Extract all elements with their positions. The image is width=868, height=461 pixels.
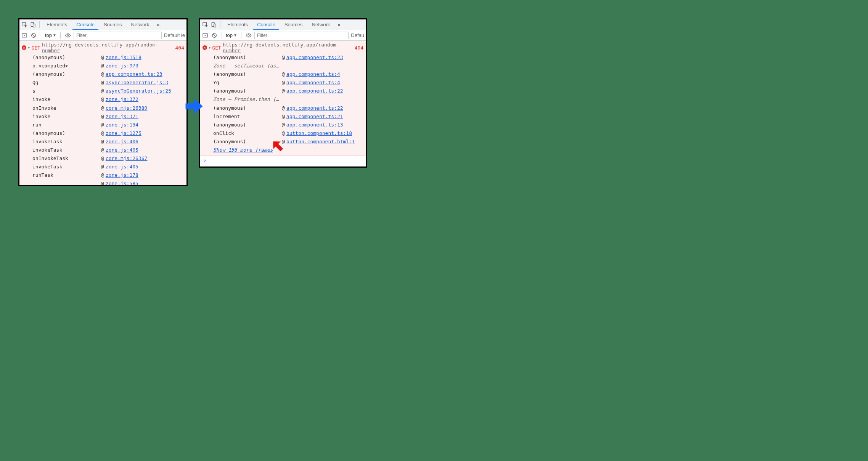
chevron-down-icon: ▼ [53,33,56,37]
device-icon[interactable] [29,22,36,28]
error-header[interactable]: ✕ ▼ GET https://ng-devtools.netlify.app/… [203,42,363,53]
stack-frame-location-link[interactable]: zone.js:406 [106,138,138,146]
stack-frame: (anonymous)@app.component.ts:23 [22,70,184,78]
error-icon: ✕ [22,45,26,50]
stack-frame-location-link[interactable]: asyncToGenerator.js:3 [106,78,168,87]
stack-frame: Zone – Promise.then (async) [203,95,363,104]
context-selector[interactable]: top ▼ [45,32,56,38]
stack-frame-location-link[interactable]: zone.js:371 [106,112,138,121]
stack-frame-at: @ [282,70,285,78]
stack-frame-at: @ [282,78,285,87]
stack-frame-function: invokeTask [32,163,101,171]
inspect-icon[interactable] [21,22,28,28]
console-prompt[interactable]: › [200,156,366,165]
stack-frame-location-link[interactable]: app.component.ts:21 [286,112,343,121]
stack-frame-location-link[interactable]: app.component.ts:4 [286,78,340,87]
stack-frame-at: @ [101,112,104,121]
log-level-selector[interactable]: Defau [351,32,364,38]
filter-input[interactable] [74,32,162,39]
stack-frame-function: (anonymous) [213,104,282,112]
sidebar-toggle-icon[interactable] [21,32,28,38]
divider [39,21,40,28]
console-toolbar: top ▼ Default le [19,30,186,41]
tab-console[interactable]: Console [253,19,279,30]
stack-frame-location-link[interactable]: app.component.ts:23 [286,53,343,62]
http-status: 404 [355,45,363,51]
stack-frame-function: runTask [32,171,101,179]
stack-frame-location-link[interactable]: zone.js:178 [106,171,138,179]
stack-frame-location-link[interactable]: zone.js:405 [106,146,138,154]
context-selector[interactable]: top ▼ [226,32,237,38]
disclosure-triangle-icon[interactable]: ▼ [209,46,211,50]
tab-elements[interactable]: Elements [43,19,71,30]
inspect-icon[interactable] [202,22,209,28]
stack-frame-location-link[interactable]: core.mjs:26380 [106,104,148,112]
sidebar-toggle-icon[interactable] [202,32,209,38]
log-level-selector[interactable]: Default le [164,32,185,38]
stack-frame-at: @ [101,53,104,62]
tab-sources[interactable]: Sources [100,19,126,30]
tab-sources[interactable]: Sources [281,19,307,30]
stack-frame-location-link[interactable]: zone.js:973 [106,62,138,70]
error-url[interactable]: https://ng-devtools.netlify.app/random-n… [42,42,174,53]
stack-frame-location-link[interactable]: zone.js:405 [106,163,138,171]
stack-frame-location-link[interactable]: button.component.ts:18 [286,129,352,138]
devtools-panel-before: Elements Console Sources Network » top ▼… [18,18,188,186]
stack-frame: invokeTask@zone.js:405 [22,163,184,171]
stack-frame-function: (anonymous) [213,87,282,95]
stack-frame-location-link[interactable]: app.component.ts:4 [286,70,340,78]
stack-frame-at: @ [282,53,285,62]
stack-frame-location-link[interactable]: app.component.ts:23 [106,70,162,78]
tabbar: Elements Console Sources Network » [19,19,186,30]
disclosure-triangle-icon[interactable]: ▼ [28,46,30,50]
stack-frame: invoke@zone.js:372 [22,95,184,104]
stack-frame-at: @ [101,104,104,112]
stack-frame: (anonymous)@zone.js:1518 [22,53,184,62]
eye-icon[interactable] [245,32,252,38]
tabbar: Elements Console Sources Network » [200,19,366,30]
stack-frame-function: (anonymous) [213,70,282,78]
device-icon[interactable] [210,22,217,28]
clear-console-icon[interactable] [211,32,218,38]
stack-frame-location-link[interactable]: app.component.ts:22 [286,104,343,112]
stack-frame-location-link[interactable]: zone.js:372 [106,95,138,104]
stack-frame-at: @ [101,121,104,129]
stack-frame-function: invoke [32,112,101,121]
context-label: top [226,32,233,38]
stack-frame-location-link[interactable]: app.component.ts:13 [286,121,343,129]
tab-console[interactable]: Console [72,19,98,30]
stack-frame-location-link[interactable]: asyncToGenerator.js:25 [106,87,171,95]
stack-frame: (anonymous)@app.component.ts:22 [203,104,363,112]
stack-frame-location-link[interactable]: zone.js:1275 [106,129,141,138]
stack-frame-location-link[interactable]: app.component.ts:22 [286,87,343,95]
stack-frame: Yg@app.component.ts:4 [203,78,363,87]
tab-network[interactable]: Network [127,19,153,30]
stack-frame-location-link[interactable]: zone.js:134 [106,121,138,129]
tab-network[interactable]: Network [308,19,334,30]
tab-overflow[interactable]: » [154,22,162,27]
tab-elements[interactable]: Elements [223,19,252,30]
clear-console-icon[interactable] [30,32,37,38]
stack-frame-location-link[interactable]: core.mjs:26367 [106,154,148,163]
svg-point-5 [67,35,69,36]
stack-frame-function: onInvokeTask [32,154,101,163]
stack-frame: _@zone.js:585 [22,179,184,186]
eye-icon[interactable] [64,32,71,38]
stack-frame-location-link[interactable]: button.component.html:1 [286,138,355,146]
error-url[interactable]: https://ng-devtools.netlify.app/random-n… [223,42,353,53]
stack-frame-location-link[interactable]: zone.js:1518 [106,53,141,62]
stack-frame: onInvokeTask@core.mjs:26367 [22,154,184,163]
stack-frame-function: _ [32,179,101,186]
stack-frame-at: @ [101,154,104,163]
stack-frame-function: invokeTask [32,146,101,154]
stack-frame-location-link[interactable]: zone.js:585 [106,179,138,186]
stack-frame-at: @ [101,129,104,138]
error-header[interactable]: ✕ ▼ GET https://ng-devtools.netlify.app/… [22,42,184,53]
svg-rect-2 [33,24,35,27]
stack-frame-at: @ [101,95,104,104]
stack-frame: Qg@asyncToGenerator.js:3 [22,78,184,87]
stack-frame-function: onInvoke [32,104,101,112]
stack-frame: Zone – setTimeout (async) [203,62,363,70]
tab-overflow[interactable]: » [335,22,342,27]
filter-input[interactable] [254,32,349,39]
